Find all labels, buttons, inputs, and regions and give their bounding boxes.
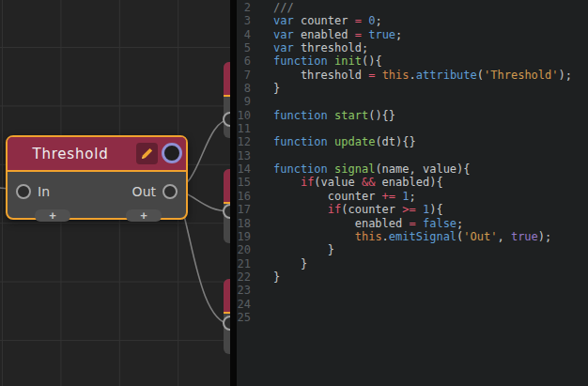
line-number: 25	[237, 311, 251, 324]
clipped-node-header	[224, 279, 230, 314]
code-editor[interactable]: 2///3var counter = 0;4var enabled = true…	[237, 0, 588, 386]
clipped-node-header	[224, 169, 230, 204]
add-output-button[interactable]: +	[126, 209, 162, 222]
node-ports: In Out	[8, 184, 186, 199]
code-line[interactable]: 24	[237, 298, 588, 311]
edit-button[interactable]	[136, 143, 158, 164]
threshold-node[interactable]: Threshold In Out +	[6, 135, 188, 220]
line-number: 8	[237, 82, 251, 95]
code-line[interactable]: 15 if(value && enabled){	[237, 176, 588, 189]
code-line[interactable]: 9	[237, 95, 588, 108]
code-text: function signal(name, value){	[273, 162, 471, 176]
code-text: var threshold;	[273, 41, 368, 54]
code-line[interactable]: 8}	[237, 82, 588, 95]
code-text: function start(){}	[273, 109, 395, 122]
circle-badge-icon[interactable]	[162, 143, 182, 163]
line-number: 9	[237, 95, 251, 108]
line-number: 20	[237, 243, 251, 256]
code-line[interactable]: 21 }	[237, 257, 588, 270]
code-line[interactable]: 14function signal(name, value){	[237, 162, 588, 176]
code-lines: 2///3var counter = 0;4var enabled = true…	[237, 1, 588, 324]
code-text: if(value && enabled){	[273, 176, 443, 189]
line-number: 6	[237, 54, 251, 68]
line-number: 23	[237, 284, 251, 297]
code-text: function init(){	[273, 54, 382, 68]
code-line[interactable]: 10function start(){}	[237, 109, 588, 122]
code-text: counter += 1;	[273, 190, 416, 203]
line-number: 14	[237, 162, 251, 176]
line-number: 19	[237, 230, 251, 243]
line-number: 18	[237, 217, 251, 230]
line-number: 11	[237, 122, 251, 135]
code-line[interactable]: 13	[237, 149, 588, 162]
code-line[interactable]: 19 this.emitSignal('Out', true);	[237, 230, 588, 243]
line-number: 5	[237, 41, 251, 54]
line-number: 16	[237, 190, 251, 203]
code-line[interactable]: 22}	[237, 270, 588, 284]
line-number: 4	[237, 28, 251, 41]
code-text: }	[273, 82, 280, 95]
in-port[interactable]	[16, 184, 31, 199]
code-line[interactable]: 2///	[237, 1, 588, 14]
line-number: 7	[237, 69, 251, 82]
line-number: 10	[237, 109, 251, 122]
code-text: }	[273, 257, 307, 270]
add-input-button[interactable]: +	[35, 209, 70, 222]
line-number: 22	[237, 270, 251, 284]
code-line[interactable]: 4var enabled = true;	[237, 28, 588, 41]
code-text: }	[273, 243, 334, 256]
node-editor-app: Threshold In Out +	[0, 0, 588, 386]
code-text: function update(dt){}	[273, 135, 416, 148]
code-text: enabled = false;	[273, 217, 463, 230]
code-line[interactable]: 5var threshold;	[237, 41, 588, 54]
code-line[interactable]: 18 enabled = false;	[237, 217, 588, 230]
code-line[interactable]: 7 threshold = this.attribute('Threshold'…	[237, 69, 588, 82]
code-line[interactable]: 11	[237, 122, 588, 135]
code-text: this.emitSignal('Out', true);	[273, 230, 551, 243]
code-line[interactable]: 17 if(counter >= 1){	[237, 203, 588, 216]
code-text: }	[273, 270, 280, 284]
clipped-node-header	[224, 62, 230, 97]
code-line[interactable]: 23	[237, 284, 588, 297]
out-port[interactable]	[162, 184, 178, 199]
code-text: var enabled = true;	[273, 28, 402, 41]
line-number: 13	[237, 149, 251, 162]
code-line[interactable]: 25	[237, 311, 588, 324]
code-line[interactable]: 6function init(){	[237, 54, 588, 68]
line-number: 17	[237, 203, 251, 216]
in-port-label: In	[38, 184, 50, 199]
line-number: 15	[237, 176, 251, 189]
code-line[interactable]: 3var counter = 0;	[237, 14, 588, 27]
line-number: 2	[237, 1, 251, 14]
code-text: threshold = this.attribute('Threshold');	[273, 69, 572, 82]
code-line[interactable]: 16 counter += 1;	[237, 190, 588, 203]
pencil-icon	[140, 147, 154, 161]
code-line[interactable]: 12function update(dt){}	[237, 135, 588, 148]
code-text: ///	[273, 1, 294, 14]
node-header[interactable]: Threshold	[8, 137, 186, 172]
code-line[interactable]: 20 }	[237, 243, 588, 256]
code-text: if(counter >= 1){	[273, 203, 443, 216]
out-port-group: Out	[132, 184, 178, 199]
panel-separator[interactable]	[230, 0, 237, 386]
in-port-group: In	[16, 184, 50, 199]
out-port-label: Out	[132, 184, 156, 199]
line-number: 3	[237, 14, 251, 27]
line-number: 24	[237, 298, 251, 311]
node-canvas[interactable]: Threshold In Out +	[0, 0, 230, 386]
line-number: 21	[237, 257, 251, 270]
code-text: var counter = 0;	[273, 14, 382, 27]
line-number: 12	[237, 135, 251, 148]
